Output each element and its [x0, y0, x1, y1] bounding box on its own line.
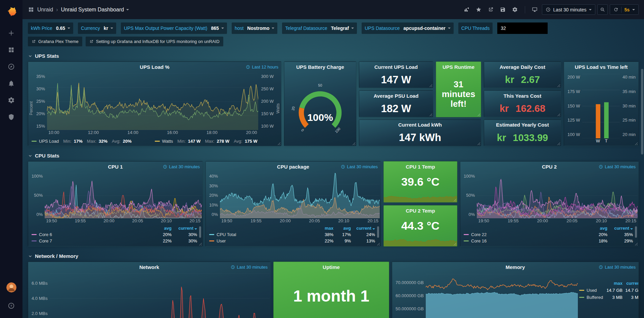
- panel-title[interactable]: UPS Runtime: [443, 64, 474, 70]
- legend-scrollbar[interactable]: [635, 226, 637, 238]
- legend-header-max[interactable]: max: [603, 281, 623, 286]
- time-range-picker[interactable]: Last 30 minutes: [542, 4, 596, 15]
- panel-title[interactable]: Estimated Yearly Cost: [496, 122, 549, 128]
- cpu-temp-column: CPU 1 Temp 39.6 °C CPU 2 Temp 44.3 °C: [383, 161, 457, 246]
- page-scrollbar[interactable]: [641, 69, 643, 154]
- battery-gauge: 02050100 100%: [284, 72, 356, 146]
- legend-header-current[interactable]: current: [623, 281, 639, 286]
- gauge-chart[interactable]: 02050100: [284, 72, 356, 146]
- legend-series-core22[interactable]: Core 22: [464, 232, 586, 237]
- ups-load-chart[interactable]: [47, 73, 258, 130]
- explore-compass-icon[interactable]: [4, 59, 19, 74]
- section-header-ups-stats[interactable]: UPS Stats: [28, 53, 639, 59]
- configuration-gear-icon[interactable]: [4, 93, 19, 107]
- panel-title[interactable]: Uptime: [323, 264, 340, 270]
- alerting-bell-icon[interactable]: [4, 76, 19, 91]
- panel-title[interactable]: Average PSU Load: [374, 93, 419, 99]
- chevron-down-icon: [110, 28, 113, 29]
- add-panel-button[interactable]: [462, 5, 472, 15]
- variable-host[interactable]: host Nostromo: [232, 22, 278, 34]
- legend-item-watts[interactable]: Watts Min:147 W Max:278 W Avg:175 W: [155, 139, 278, 144]
- save-button[interactable]: [498, 5, 508, 15]
- dashboard-grid-icon: [28, 6, 34, 13]
- panel-title[interactable]: CPU 1: [108, 164, 123, 170]
- cpu-threads-input[interactable]: [497, 22, 548, 34]
- legend-series-core7[interactable]: Core 7: [32, 238, 150, 243]
- panel-current-ups-load: Current UPS Load 147 W: [359, 61, 433, 88]
- user-avatar[interactable]: [6, 282, 16, 292]
- refresh-picker[interactable]: 5s: [610, 4, 639, 15]
- cpu2-chart[interactable]: [477, 173, 638, 218]
- panel-title[interactable]: CPU 2 Temp: [406, 208, 435, 214]
- clock-icon: [231, 265, 235, 269]
- dashboard-link-ups-guide[interactable]: Setting up Grafana and InfluxDB for UPS …: [86, 37, 223, 46]
- legend-series-buffered[interactable]: Buffered: [579, 295, 603, 300]
- variable-telegraf-datasource[interactable]: Telegraf Datasource Telegraf: [282, 22, 357, 34]
- chevron-down-icon: [448, 28, 451, 29]
- ups-bars-chart[interactable]: [582, 74, 620, 138]
- star-button[interactable]: [474, 5, 484, 15]
- memory-chart[interactable]: [426, 274, 578, 318]
- clock-icon: [599, 265, 603, 269]
- ups-stat-cluster: Current UPS Load 147 W UPS Runtime 31 mi…: [359, 61, 481, 146]
- legend-item-ups-load[interactable]: UPS Load Min:17% Max:32% Avg:20%: [32, 139, 155, 144]
- legend-header-current[interactable]: current: [351, 226, 375, 231]
- legend-series-used[interactable]: Used: [579, 288, 603, 293]
- panel-title[interactable]: UPS Battery Charge: [296, 64, 344, 70]
- legend-series-user[interactable]: User: [209, 238, 315, 243]
- network-chart[interactable]: [50, 273, 270, 318]
- panel-title[interactable]: UPS Load %: [140, 64, 169, 70]
- breadcrumb-folder[interactable]: Unraid: [37, 7, 53, 13]
- panel-title[interactable]: Current Load kWh: [398, 122, 442, 128]
- kiosk-monitor-button[interactable]: [530, 5, 540, 15]
- panel-title[interactable]: CPU package: [277, 164, 309, 170]
- variable-ups-datasource[interactable]: UPS Datasource apcupsd-container: [362, 22, 454, 34]
- section-header-cpu-stats[interactable]: CPU Stats: [28, 153, 639, 158]
- dashboard-link-plex-theme[interactable]: Grafana Plex Theme: [28, 37, 82, 46]
- variable-kwh-price[interactable]: kWh Price 0.65: [28, 22, 73, 34]
- stat-value: 31 minutes left!: [436, 72, 481, 117]
- panel-title[interactable]: Current UPS Load: [374, 64, 418, 70]
- panel-title[interactable]: Average Daily Cost: [500, 64, 545, 70]
- share-button[interactable]: [486, 5, 496, 15]
- breadcrumb-separator: ›: [56, 7, 58, 13]
- panel-title[interactable]: This Years Cost: [504, 93, 541, 99]
- legend-header-avg[interactable]: avg: [150, 226, 172, 231]
- legend-series-core6[interactable]: Core 6: [32, 232, 150, 237]
- help-icon[interactable]: ?: [4, 298, 19, 313]
- panel-title[interactable]: Network: [139, 264, 159, 270]
- panel-title[interactable]: CPU 2: [542, 164, 557, 170]
- panel-title[interactable]: UPS Load vs Time left: [575, 64, 628, 70]
- legend-scrollbar[interactable]: [199, 226, 201, 238]
- cpu1-chart[interactable]: [45, 173, 202, 218]
- variable-ups-max-output[interactable]: UPS Max Output Power Capacity (Watt) 865: [121, 22, 227, 34]
- cpu-package-chart[interactable]: [220, 173, 380, 218]
- time-override: Last 30 minutes: [163, 164, 200, 169]
- variable-currency[interactable]: Currency kr: [78, 22, 116, 34]
- legend-header-avg[interactable]: avg: [333, 226, 351, 231]
- chevron-down-icon: [28, 153, 33, 158]
- server-admin-shield-icon[interactable]: [4, 109, 19, 124]
- legend-series-core16[interactable]: Core 16: [464, 238, 586, 243]
- panel-title[interactable]: CPU 1 Temp: [406, 164, 435, 170]
- zoom-out-time-button[interactable]: [597, 4, 608, 15]
- legend-value: 29%: [607, 238, 633, 243]
- stat-value: 147 W: [359, 72, 433, 88]
- section-header-network-memory[interactable]: Network / Memory: [28, 253, 639, 259]
- legend-header-avg[interactable]: avg: [586, 226, 607, 231]
- legend-header-current[interactable]: current: [607, 226, 633, 231]
- legend-scrollbar[interactable]: [377, 226, 379, 238]
- chevron-down-icon: [67, 28, 70, 29]
- dashboards-icon[interactable]: [4, 42, 19, 57]
- stat-value: 39.6 °C: [384, 172, 457, 192]
- refresh-divider: [621, 7, 622, 13]
- dashboard-title-dropdown[interactable]: Unraid System Dashboard: [61, 7, 129, 13]
- legend-series-cpu-total[interactable]: CPU Total: [209, 232, 315, 237]
- legend-header-max[interactable]: max: [315, 226, 333, 231]
- clock-icon: [341, 165, 345, 169]
- panel-title[interactable]: Memory: [506, 264, 525, 270]
- legend-header-current[interactable]: current: [172, 226, 197, 231]
- grafana-logo-icon[interactable]: [5, 5, 18, 18]
- create-plus-icon[interactable]: [4, 26, 19, 40]
- dashboard-settings-button[interactable]: [510, 5, 520, 15]
